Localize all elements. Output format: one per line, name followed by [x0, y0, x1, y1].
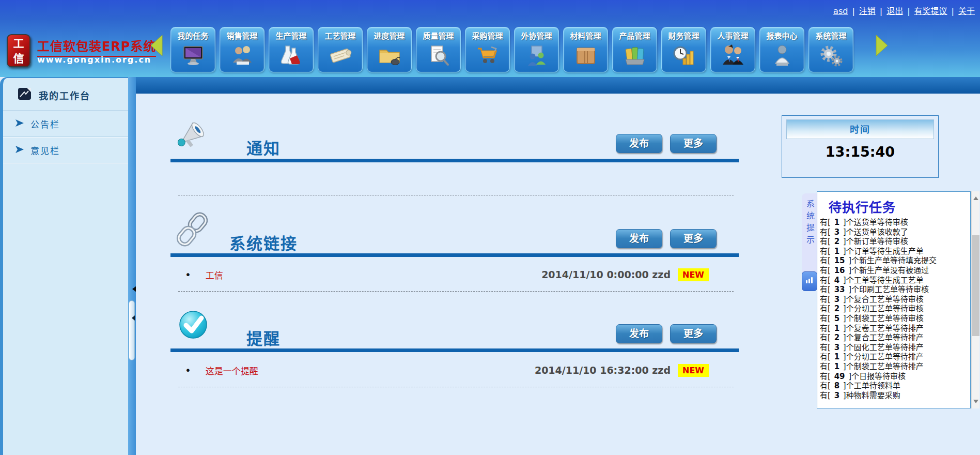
nav-item-label: 质量管理 [423, 30, 454, 41]
nav-item-1[interactable]: 销售管理 [220, 27, 265, 72]
nav-item-13[interactable]: 系统管理 [808, 27, 853, 72]
sound-icon [805, 276, 814, 287]
nav-item-4[interactable]: 进度管理 [367, 27, 412, 72]
magnifier-doc-icon [427, 44, 450, 68]
task-item: 有[ 4 ]个工单等待生成工艺单 [817, 276, 970, 285]
nav-item-label: 产品管理 [619, 30, 650, 41]
sidebar-splitter[interactable] [128, 77, 136, 455]
sidebar-items: 公告栏意见栏 [3, 111, 128, 163]
arrow-icon [14, 118, 25, 130]
nav-item-7[interactable]: 外协管理 [514, 27, 559, 72]
topbar-link-关于[interactable]: 关于 [958, 6, 975, 16]
task-item: 有[ 8 ]个工单待领料单 [817, 381, 970, 391]
reminder-publish-button[interactable]: 发布 [616, 324, 662, 343]
nav-item-6[interactable]: 采购管理 [465, 27, 510, 72]
task-item: 有[ 1 ]个订单等待生成生产单 [817, 247, 970, 256]
splitter-arrow-icon [129, 315, 135, 321]
time-panel-title: 时间 [786, 119, 934, 139]
scroll-down-icon[interactable] [973, 400, 978, 406]
task-item: 有[ 3 ]个送货单该收款了 [817, 228, 970, 237]
notice-publish-button[interactable]: 发布 [616, 134, 662, 153]
reminder-entry-text[interactable]: 这是一个提醒 [206, 364, 258, 377]
sidebar-item-label: 公告栏 [30, 117, 60, 130]
topbar-link-user[interactable]: asd [833, 6, 848, 16]
link-entry-row: • 工信 2014/11/10 0:00:00 zzd NEW [185, 266, 709, 283]
reminder-entry-meta: 2014/11/10 16:32:00 zzd [535, 365, 671, 376]
task-item: 有[ 3 ]种物料需要采购 [817, 391, 970, 401]
link-separator: | [907, 6, 910, 16]
folder-mouse-icon [378, 44, 401, 68]
notice-section-rule [170, 159, 739, 162]
nav-scroll-left-icon[interactable] [150, 34, 163, 57]
link-separator: | [952, 6, 954, 16]
notice-section-title: 通知 [186, 135, 341, 159]
reminder-more-button[interactable]: 更多 [670, 324, 717, 343]
links-section-title: 系统链接 [186, 231, 341, 254]
topbar-link-有奖提议[interactable]: 有奖提议 [914, 6, 947, 16]
folders-icon [623, 44, 647, 68]
nav-item-12[interactable]: 报表中心 [759, 27, 804, 72]
nav-item-11[interactable]: 人事管理 [710, 27, 755, 72]
box-icon [574, 44, 598, 68]
sound-toggle-button[interactable] [802, 271, 817, 291]
nav-item-label: 生产管理 [275, 30, 306, 41]
section-divider [178, 195, 734, 195]
task-item: 有[ 1 ]个复卷工艺单等待排产 [817, 324, 970, 333]
task-item: 有[ 3 ]个复合工艺单等待审核 [817, 295, 970, 305]
nav-item-3[interactable]: 工艺管理 [318, 27, 363, 72]
scroll-icon [329, 44, 352, 68]
nav-item-label: 进度管理 [374, 30, 405, 41]
nav-item-5[interactable]: 质量管理 [416, 27, 461, 72]
tasks-scrollbar[interactable] [971, 191, 979, 408]
task-item: 有[ 2 ]个复合工艺单等待排产 [817, 333, 970, 343]
links-section-rule [170, 253, 739, 257]
new-badge: NEW [678, 268, 709, 281]
links-more-button[interactable]: 更多 [670, 229, 717, 248]
nav-item-2[interactable]: 生产管理 [269, 27, 314, 72]
sidebar-item-label: 意见栏 [30, 144, 60, 157]
brand-url: www.gongxin.org.cn [37, 55, 151, 65]
scroll-up-icon[interactable] [973, 194, 978, 200]
content-top-bar [136, 77, 980, 94]
nav-item-label: 人事管理 [717, 30, 748, 41]
nav-item-label: 财务管理 [668, 30, 699, 41]
page-header: asd|注销|退出|有奖提议|关于 工 信 工信软包装ERP系统 www.gon… [0, 0, 980, 77]
nav-item-8[interactable]: 材料管理 [563, 27, 608, 72]
nav-item-label: 系统管理 [815, 30, 846, 41]
links-publish-button[interactable]: 发布 [616, 229, 662, 248]
scrollbar-thumb[interactable] [972, 235, 979, 336]
splitter-handle[interactable] [129, 300, 135, 360]
task-item: 有[ 16 ]个新生产单没有被通过 [817, 266, 970, 276]
sidebar-item-1[interactable]: 意见栏 [3, 137, 128, 163]
system-hint-tab[interactable]: 系统提示 [802, 193, 817, 282]
nav-item-9[interactable]: 产品管理 [612, 27, 657, 72]
notice-more-button[interactable]: 更多 [670, 134, 717, 153]
task-item: 有[ 1 ]个制袋工艺单等待排产 [817, 362, 970, 372]
task-item: 有[ 2 ]个分切工艺单等待审核 [817, 304, 970, 314]
task-item: 有[ 2 ]个新订单等待审核 [817, 237, 970, 247]
topbar-link-注销[interactable]: 注销 [859, 6, 876, 16]
sidebar-workbench-header[interactable]: 我的工作台 [3, 78, 128, 111]
brand-logo: 工 信 [7, 34, 30, 67]
section-divider [178, 291, 734, 292]
nav-item-label: 材料管理 [570, 30, 601, 41]
nav-item-0[interactable]: 我的任务 [170, 27, 215, 72]
time-panel: 时间 13:15:40 [782, 115, 939, 178]
link-entry-text[interactable]: 工信 [206, 268, 223, 281]
brand-logo-char2: 信 [8, 51, 29, 66]
nav-item-10[interactable]: 财务管理 [661, 27, 706, 72]
topbar-link-退出[interactable]: 退出 [886, 6, 903, 16]
task-list: 有[ 1 ]个送货单等待审核有[ 3 ]个送货单该收款了有[ 2 ]个新订单等待… [817, 218, 970, 400]
topbar-links: asd|注销|退出|有奖提议|关于 [830, 4, 978, 17]
people-icon [721, 44, 745, 68]
sidebar-title: 我的工作台 [39, 88, 90, 102]
task-item: 有[ 1 ]个送货单等待审核 [817, 218, 970, 228]
nav-scroll-right-icon[interactable] [875, 34, 889, 57]
new-badge: NEW [678, 364, 709, 377]
collapse-arrow-icon[interactable] [129, 286, 136, 292]
erp-dashboard: asd|注销|退出|有奖提议|关于 工 信 工信软包装ERP系统 www.gon… [0, 0, 980, 455]
task-item: 有[ 49 ]个日报等待审核 [817, 372, 970, 382]
sidebar-item-0[interactable]: 公告栏 [3, 111, 128, 137]
workbench-icon [18, 87, 32, 103]
sales-people-icon [230, 44, 254, 68]
